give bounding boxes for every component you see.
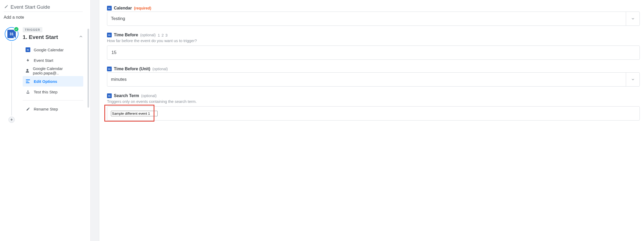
sliders-icon — [25, 79, 31, 83]
step-header[interactable]: 1. Event Start — [23, 34, 83, 40]
optional-tag: (optional) — [140, 33, 155, 37]
person-icon — [25, 69, 30, 73]
nav-label: Test this Step — [34, 90, 57, 94]
select-value: minutes — [107, 77, 626, 82]
input-value[interactable] — [111, 50, 636, 56]
label-text: Time Before — [114, 33, 138, 37]
step-nav-list: Google Calendar Event Start — [23, 44, 83, 114]
nav-label: Google Calendar paolo.papa@.. — [33, 66, 81, 75]
calendar-icon — [107, 6, 112, 11]
label-text: Time Before (Unit) — [114, 67, 150, 71]
field-label-time-before: Time Before (optional) 1 2 3 — [107, 33, 640, 37]
field-help-text: Triggers only on events containing the s… — [107, 99, 640, 104]
nav-item-edit-options[interactable]: Edit Options — [23, 76, 83, 87]
scrollbar[interactable] — [87, 29, 89, 108]
nav-item-trigger[interactable]: Event Start — [23, 55, 83, 66]
label-text: Search Term — [114, 93, 139, 98]
add-note-link[interactable]: Add a note — [4, 15, 87, 20]
time-before-input[interactable] — [107, 46, 640, 60]
bolt-icon — [25, 58, 31, 62]
workflow-title-row[interactable]: Event Start Guide — [4, 4, 83, 12]
nav-label: Google Calendar — [34, 48, 64, 52]
step-title: 1. Event Start — [23, 34, 58, 40]
step-app-badge[interactable] — [5, 27, 18, 41]
panel-divider — [87, 0, 103, 241]
select-value: Testing — [107, 16, 626, 21]
workflow-title: Event Start Guide — [11, 4, 50, 10]
field-label-time-before-unit: Time Before (Unit) (optional) — [107, 67, 640, 71]
chevron-up-icon — [79, 34, 83, 40]
options-form: Calendar (required) Testing Time Before … — [103, 0, 644, 241]
field-label-search-term: Search Term (optional) — [107, 93, 640, 98]
input-value[interactable] — [111, 111, 158, 116]
type-hint: 1 2 3 — [158, 33, 168, 37]
nav-item-rename[interactable]: Rename Step — [23, 104, 83, 114]
step-type-tag: TRIGGER — [23, 27, 42, 32]
pencil-icon — [25, 107, 31, 111]
sidebar: Event Start Guide Add a note + TRIGGER — [0, 0, 87, 241]
chevron-down-icon — [626, 73, 640, 86]
check-icon — [14, 27, 19, 32]
calendar-icon — [107, 33, 112, 37]
add-step-button[interactable]: + — [8, 117, 15, 123]
search-term-input[interactable] — [107, 106, 640, 120]
calendar-icon — [26, 47, 30, 52]
chevron-down-icon — [626, 12, 640, 26]
nav-item-account[interactable]: Google Calendar paolo.papa@.. — [23, 66, 83, 76]
step-badge-column: + — [4, 27, 19, 123]
required-tag: (required) — [134, 6, 151, 10]
field-help-text: How far before the event do you want us … — [107, 38, 640, 43]
optional-tag: (optional) — [152, 67, 168, 71]
nav-label: Event Start — [34, 58, 53, 63]
nav-item-app[interactable]: Google Calendar — [23, 44, 83, 55]
optional-tag: (optional) — [141, 94, 157, 98]
flask-icon — [25, 90, 31, 94]
field-label-calendar: Calendar (required) — [107, 6, 640, 11]
calendar-select[interactable]: Testing — [107, 12, 640, 26]
connector-line — [11, 42, 12, 116]
calendar-icon — [107, 93, 112, 98]
calendar-icon — [107, 67, 112, 71]
nav-item-test[interactable]: Test this Step — [23, 87, 83, 97]
time-before-unit-select[interactable]: minutes — [107, 72, 640, 87]
label-text: Calendar — [114, 6, 132, 11]
nav-label: Edit Options — [34, 79, 57, 84]
divider — [23, 100, 83, 101]
nav-label: Rename Step — [34, 107, 58, 111]
pencil-icon — [4, 4, 8, 10]
